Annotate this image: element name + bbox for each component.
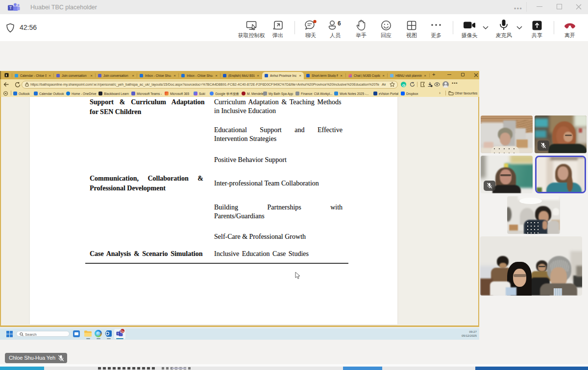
svg-text:T: T	[9, 5, 12, 10]
svg-text:T: T	[117, 332, 119, 335]
svg-text:6: 6	[338, 20, 341, 27]
